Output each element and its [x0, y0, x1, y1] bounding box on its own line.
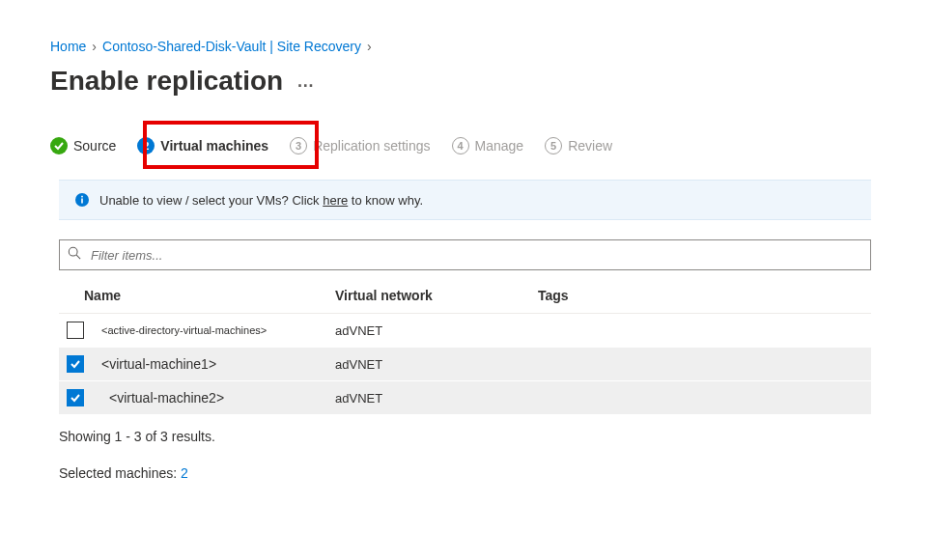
step-label: Replication settings: [313, 138, 430, 154]
step-review[interactable]: 5 Review: [545, 137, 612, 154]
chevron-right-icon: ›: [92, 39, 97, 54]
filter-input[interactable]: [89, 247, 862, 264]
check-icon: [50, 137, 68, 154]
svg-rect-2: [81, 196, 83, 198]
step-number-icon: 3: [290, 137, 307, 154]
info-icon: [74, 192, 90, 208]
step-label: Review: [568, 138, 612, 154]
vm-vnet: adVNET: [335, 391, 538, 406]
step-number-icon: 5: [545, 137, 562, 154]
step-source[interactable]: Source: [50, 137, 116, 154]
table-row[interactable]: <virtual-machine2> adVNET: [59, 381, 871, 415]
step-number-icon: 2: [137, 137, 155, 154]
step-number-icon: 4: [452, 137, 469, 154]
results-count: Showing 1 - 3 of 3 results.: [59, 429, 880, 444]
step-virtual-machines[interactable]: 2 Virtual machines: [137, 137, 268, 154]
step-label: Manage: [475, 138, 524, 154]
table-row[interactable]: <active-directory-virtual-machines> adVN…: [59, 314, 871, 348]
col-tags[interactable]: Tags: [538, 288, 871, 303]
chevron-right-icon: ›: [367, 39, 372, 54]
col-vnet[interactable]: Virtual network: [335, 288, 538, 303]
selected-count: Selected machines: 2: [59, 465, 880, 481]
vm-name: <virtual-machine2>: [101, 390, 335, 406]
vm-vnet: adVNET: [335, 323, 538, 338]
info-text-prefix: Unable to view / select your VMs? Click: [99, 193, 323, 208]
selected-number: 2: [181, 465, 188, 481]
table-header: Name Virtual network Tags: [59, 280, 871, 314]
breadcrumb-vault[interactable]: Contoso-Shared-Disk-Vault | Site Recover…: [102, 39, 361, 54]
vm-name: <active-directory-virtual-machines>: [101, 324, 335, 336]
search-icon: [68, 246, 81, 264]
step-manage[interactable]: 4 Manage: [452, 137, 524, 154]
table-row[interactable]: <virtual-machine1> adVNET: [59, 348, 871, 381]
more-icon[interactable]: …: [296, 71, 316, 92]
checkbox[interactable]: [67, 322, 84, 339]
selected-label: Selected machines:: [59, 465, 181, 481]
breadcrumb: Home › Contoso-Shared-Disk-Vault | Site …: [50, 39, 880, 54]
step-replication-settings[interactable]: 3 Replication settings: [290, 137, 430, 154]
svg-line-4: [76, 255, 80, 259]
info-text: Unable to view / select your VMs? Click …: [99, 193, 423, 208]
wizard-steps: Source 2 Virtual machines 3 Replication …: [50, 137, 880, 154]
filter-box[interactable]: [59, 239, 871, 270]
info-banner: Unable to view / select your VMs? Click …: [59, 180, 871, 220]
svg-rect-1: [81, 199, 83, 204]
vm-vnet: adVNET: [335, 357, 538, 372]
vm-name: <virtual-machine1>: [101, 356, 335, 372]
step-label: Source: [73, 138, 116, 154]
step-label: Virtual machines: [160, 138, 268, 154]
checkbox[interactable]: [67, 355, 84, 373]
info-link[interactable]: here: [323, 193, 348, 208]
page-title: Enable replication …: [50, 66, 880, 97]
info-text-suffix: to know why.: [348, 193, 423, 208]
col-name[interactable]: Name: [84, 288, 335, 303]
checkbox[interactable]: [67, 389, 84, 406]
page-title-text: Enable replication: [50, 66, 283, 97]
svg-point-3: [69, 247, 77, 256]
breadcrumb-home[interactable]: Home: [50, 39, 86, 54]
